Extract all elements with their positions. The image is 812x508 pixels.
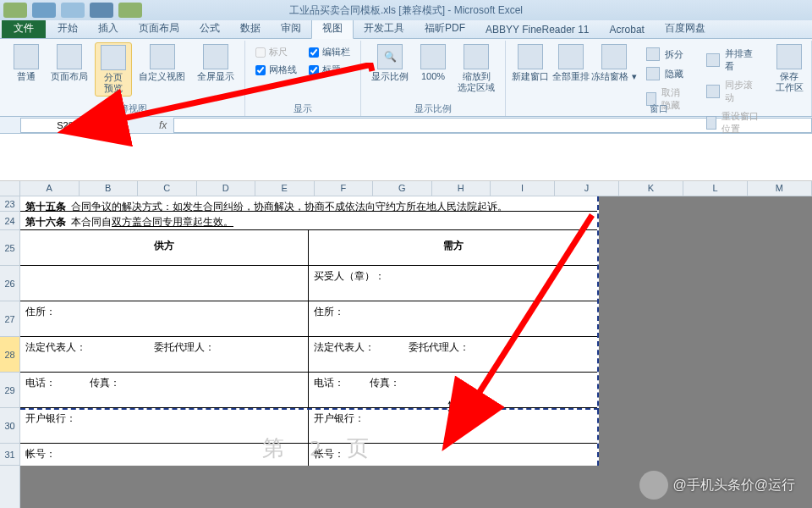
zoom-button[interactable]: 🔍显示比例 [366,42,414,84]
split-button[interactable]: 拆分 [643,46,691,63]
row-header[interactable]: 30 [0,408,19,444]
column-header[interactable]: K [619,181,683,196]
new-window-icon [518,44,543,69]
tab-insert[interactable]: 插入 [88,19,129,38]
column-header[interactable]: D [197,181,256,196]
column-header[interactable]: A [20,181,80,196]
tab-layout[interactable]: 页面布局 [129,19,189,38]
buyer-header: 需方 [309,230,597,265]
freeze-icon [601,44,627,69]
column-header[interactable]: L [683,181,748,196]
save-ws-icon [776,44,802,69]
group-workbook-views: 普通 页面布局 分页预览 自定义视图 全屏显示 工作簿视图 [3,41,245,116]
column-header[interactable]: E [255,181,315,196]
window-title: 工业品买卖合同模板.xls [兼容模式] - Microsoft Excel [289,3,523,18]
tab-dev[interactable]: 开发工具 [354,19,414,38]
zoom-icon: 🔍 [377,44,403,69]
row-header[interactable]: 24 [0,212,19,230]
formula-bar-checkbox[interactable]: 编辑栏 [309,46,350,58]
row-header[interactable]: 28 [0,337,19,373]
row-header[interactable]: 31 [0,444,19,466]
tab-baidu[interactable]: 百度网盘 [655,19,716,38]
row-header[interactable]: 29 [0,373,19,408]
gridlines-checkbox[interactable]: 网格线 [255,64,297,76]
zoom100-button[interactable]: 100% [415,42,451,84]
column-header[interactable]: H [432,181,491,196]
full-screen-icon [203,44,228,69]
qat-icon[interactable] [3,3,27,18]
split-icon [646,47,660,61]
hide-button[interactable]: 隐藏 [643,65,691,82]
page-break-line[interactable] [20,408,599,410]
row-header[interactable]: 25 [0,230,19,266]
page-break-icon [101,45,126,70]
column-headers: ABCDEFGHIJKLM [20,181,812,196]
group-label: 显示比例 [361,102,505,115]
full-screen-button[interactable]: 全屏显示 [192,42,239,84]
tab-formulas[interactable]: 公式 [189,19,230,38]
column-header[interactable]: B [80,181,139,196]
arrange-all-button[interactable]: 全部重排 [551,42,590,84]
select-all-corner[interactable] [0,181,20,196]
row-header[interactable]: 27 [0,301,19,337]
formula-expand-area [0,134,812,181]
group-show: 标尺 网格线 编辑栏 标题 显示 [245,41,361,116]
group-window: 新建窗口 全部重排 冻结窗格 ▾ 拆分 隐藏 取消隐藏 并排查看 同步滚动 重设… [506,41,812,116]
group-label: 显示 [245,102,360,115]
custom-views-button[interactable]: 自定义视图 [134,42,190,84]
tab-fuxin[interactable]: 福昕PDF [414,19,475,38]
tab-data[interactable]: 数据 [230,19,271,38]
headings-checkbox[interactable]: 标题 [309,64,350,76]
watermark-logo-icon [639,471,668,500]
tab-home[interactable]: 开始 [47,19,88,38]
new-window-button[interactable]: 新建窗口 [511,42,550,84]
qat-icon[interactable] [90,3,113,18]
row-headers: 232425262728293031 [0,196,20,508]
qat-icon[interactable] [32,3,56,18]
ribbon: 普通 页面布局 分页预览 自定义视图 全屏显示 工作簿视图 标尺 网格线 编辑栏… [0,39,812,117]
column-header[interactable]: C [138,181,197,196]
row-header[interactable]: 23 [0,196,19,212]
ribbon-tabs: 文件 开始 插入 页面布局 公式 数据 审阅 视图 开发工具 福昕PDF ABB… [0,20,812,39]
freeze-panes-button[interactable]: 冻结窗格 ▾ [592,42,637,84]
tab-acrobat[interactable]: Acrobat [600,21,655,38]
hide-icon [646,67,660,80]
sidebyside-icon [706,53,720,67]
custom-views-icon [150,44,175,69]
group-label: 窗口 [506,102,811,115]
tab-abbyy[interactable]: ABBYY FineReader 11 [475,21,600,38]
tab-file[interactable]: 文件 [2,19,46,38]
column-header[interactable]: I [491,181,555,196]
group-label: 工作簿视图 [3,102,244,115]
ruler-checkbox: 标尺 [255,46,297,58]
worksheet-area[interactable]: ABCDEFGHIJKLM 232425262728293031 第十五条 合同… [0,181,812,508]
zoom-sel-icon [464,44,489,69]
zoom100-icon [420,44,446,69]
title-bar: 工业品买卖合同模板.xls [兼容模式] - Microsoft Excel [0,0,812,20]
column-header[interactable]: F [315,181,374,196]
qat-icons [3,3,142,18]
row-header[interactable]: 26 [0,266,19,301]
page-break-preview-button[interactable]: 分页预览 [95,42,132,97]
column-header[interactable]: J [555,181,619,196]
normal-view-button[interactable]: 普通 [8,42,44,84]
column-header[interactable]: M [748,181,812,196]
sync-scroll-button[interactable]: 同步滚动 [703,77,765,106]
image-watermark: @手机头条价@运行 [639,471,795,500]
page-layout-button[interactable]: 页面布局 [46,42,93,84]
side-by-side-button[interactable]: 并排查看 [703,46,765,75]
contract-table[interactable]: 第十五条 合同争议的解决方式：如发生合同纠纷，协商解决，协商不成依法向守约方所在… [20,196,599,466]
fx-label[interactable]: fx [152,119,173,131]
tab-view[interactable]: 视图 [311,18,354,39]
sync-icon [706,85,720,98]
column-header[interactable]: G [373,181,432,196]
qat-icon[interactable] [61,3,85,18]
name-box[interactable]: S28 [20,118,110,133]
resetpos-icon [706,116,716,130]
out-of-print-area [599,196,812,508]
qat-icon[interactable] [118,3,142,18]
page-layout-icon [57,44,82,69]
zoom-selection-button[interactable]: 缩放到选定区域 [453,42,500,95]
save-workspace-button[interactable]: 保存工作区 [772,42,806,95]
tab-review[interactable]: 审阅 [271,19,311,38]
